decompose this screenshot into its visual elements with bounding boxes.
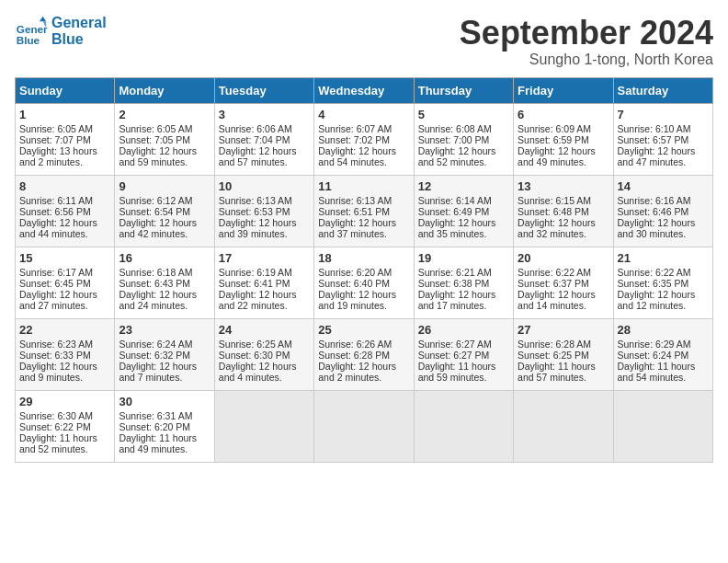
calendar-week-row: 15Sunrise: 6:17 AMSunset: 6:45 PMDayligh… [16, 247, 713, 318]
day-info: Daylight: 12 hours [318, 217, 409, 228]
day-number: 24 [219, 323, 310, 337]
day-number: 9 [119, 179, 210, 193]
day-info: and 7 minutes. [119, 372, 210, 383]
day-info: and 35 minutes. [418, 228, 509, 239]
day-info: Daylight: 12 hours [219, 289, 310, 300]
calendar-cell: 4Sunrise: 6:07 AMSunset: 7:02 PMDaylight… [314, 103, 414, 175]
calendar-cell: 24Sunrise: 6:25 AMSunset: 6:30 PMDayligh… [214, 318, 313, 390]
day-info: and 27 minutes. [19, 300, 110, 311]
day-info: Sunset: 6:20 PM [119, 421, 210, 432]
calendar-cell: 17Sunrise: 6:19 AMSunset: 6:41 PMDayligh… [214, 247, 313, 318]
day-number: 1 [19, 108, 110, 121]
day-info: Daylight: 12 hours [418, 289, 509, 300]
calendar-cell: 15Sunrise: 6:17 AMSunset: 6:45 PMDayligh… [16, 247, 115, 318]
calendar-cell: 9Sunrise: 6:12 AMSunset: 6:54 PMDaylight… [115, 175, 214, 247]
day-info: Daylight: 12 hours [618, 289, 709, 300]
day-info: Sunset: 6:24 PM [618, 350, 709, 361]
calendar-header-row: SundayMondayTuesdayWednesdayThursdayFrid… [16, 77, 713, 103]
day-info: Sunrise: 6:23 AM [19, 339, 110, 350]
day-info: Sunrise: 6:13 AM [219, 195, 310, 206]
day-info: Sunset: 6:33 PM [19, 350, 110, 361]
calendar-cell: 14Sunrise: 6:16 AMSunset: 6:46 PMDayligh… [613, 175, 712, 247]
day-number: 10 [219, 179, 310, 193]
calendar-cell: 21Sunrise: 6:22 AMSunset: 6:35 PMDayligh… [613, 247, 712, 318]
day-info: Sunrise: 6:31 AM [119, 410, 210, 421]
day-info: Sunset: 6:48 PM [518, 206, 609, 217]
day-info: Daylight: 11 hours [119, 432, 210, 443]
day-info: and 54 minutes. [318, 156, 409, 167]
logo-icon: General Blue [15, 15, 48, 48]
day-number: 8 [19, 179, 110, 193]
day-number: 29 [19, 395, 110, 408]
day-info: Sunset: 6:32 PM [119, 350, 210, 361]
day-info: Daylight: 12 hours [318, 289, 409, 300]
day-info: Sunset: 6:56 PM [19, 206, 110, 217]
day-info: and 19 minutes. [318, 300, 409, 311]
day-number: 5 [418, 108, 509, 121]
day-info: Daylight: 12 hours [219, 217, 310, 228]
page-header: General Blue General Blue September 2024… [15, 15, 713, 68]
day-info: Daylight: 12 hours [219, 145, 310, 156]
day-info: and 47 minutes. [618, 156, 709, 167]
day-info: Sunrise: 6:25 AM [219, 339, 310, 350]
day-info: Sunset: 6:30 PM [219, 350, 310, 361]
day-number: 25 [318, 323, 409, 337]
calendar-cell: 30Sunrise: 6:31 AMSunset: 6:20 PMDayligh… [115, 390, 214, 462]
svg-text:Blue: Blue [17, 34, 40, 46]
calendar-table: SundayMondayTuesdayWednesdayThursdayFrid… [15, 77, 713, 463]
calendar-cell: 29Sunrise: 6:30 AMSunset: 6:22 PMDayligh… [16, 390, 115, 462]
svg-text:General: General [17, 23, 48, 35]
day-number: 4 [318, 108, 409, 121]
day-info: and 2 minutes. [318, 372, 409, 383]
day-info: and 17 minutes. [418, 300, 509, 311]
calendar-cell: 28Sunrise: 6:29 AMSunset: 6:24 PMDayligh… [613, 318, 712, 390]
day-info: and 14 minutes. [518, 300, 609, 311]
day-info: Sunset: 6:54 PM [119, 206, 210, 217]
calendar-cell: 5Sunrise: 6:08 AMSunset: 7:00 PMDaylight… [414, 103, 513, 175]
day-info: Daylight: 12 hours [19, 361, 110, 372]
day-info: Sunset: 6:45 PM [19, 278, 110, 289]
header-thursday: Thursday [414, 77, 513, 103]
day-info: Daylight: 12 hours [518, 145, 609, 156]
day-info: Sunset: 6:43 PM [119, 278, 210, 289]
calendar-cell: 27Sunrise: 6:28 AMSunset: 6:25 PMDayligh… [514, 318, 613, 390]
day-info: Sunrise: 6:06 AM [219, 123, 310, 134]
day-info: Sunrise: 6:22 AM [518, 267, 609, 278]
day-info: and 57 minutes. [219, 156, 310, 167]
calendar-cell: 2Sunrise: 6:05 AMSunset: 7:05 PMDaylight… [115, 103, 214, 175]
day-info: and 24 minutes. [119, 300, 210, 311]
header-wednesday: Wednesday [314, 77, 414, 103]
day-info: and 2 minutes. [19, 156, 110, 167]
day-info: Daylight: 12 hours [119, 361, 210, 372]
day-info: Daylight: 12 hours [518, 289, 609, 300]
day-info: Sunset: 6:37 PM [518, 278, 609, 289]
calendar-week-row: 8Sunrise: 6:11 AMSunset: 6:56 PMDaylight… [16, 175, 713, 247]
calendar-cell: 19Sunrise: 6:21 AMSunset: 6:38 PMDayligh… [414, 247, 513, 318]
day-info: Sunrise: 6:07 AM [318, 123, 409, 134]
day-info: Sunrise: 6:14 AM [418, 195, 509, 206]
calendar-week-row: 29Sunrise: 6:30 AMSunset: 6:22 PMDayligh… [16, 390, 713, 462]
day-info: and 52 minutes. [19, 443, 110, 454]
day-info: and 22 minutes. [219, 300, 310, 311]
day-info: Daylight: 12 hours [418, 145, 509, 156]
day-info: Daylight: 11 hours [418, 361, 509, 372]
header-friday: Friday [514, 77, 613, 103]
day-info: Sunrise: 6:29 AM [618, 339, 709, 350]
day-info: Daylight: 12 hours [318, 361, 409, 372]
day-info: Sunrise: 6:27 AM [418, 339, 509, 350]
day-info: Sunrise: 6:17 AM [19, 267, 110, 278]
day-info: Sunset: 6:51 PM [318, 206, 409, 217]
header-tuesday: Tuesday [214, 77, 313, 103]
day-info: Sunset: 6:27 PM [418, 350, 509, 361]
day-info: Daylight: 11 hours [618, 361, 709, 372]
day-number: 3 [219, 108, 310, 121]
day-info: Sunrise: 6:05 AM [19, 123, 110, 134]
calendar-cell: 16Sunrise: 6:18 AMSunset: 6:43 PMDayligh… [115, 247, 214, 318]
day-info: Sunrise: 6:11 AM [19, 195, 110, 206]
day-info: Sunset: 6:59 PM [518, 134, 609, 145]
location: Sungho 1-tong, North Korea [460, 52, 713, 68]
day-info: Daylight: 12 hours [618, 145, 709, 156]
day-info: and 57 minutes. [518, 372, 609, 383]
calendar-cell: 26Sunrise: 6:27 AMSunset: 6:27 PMDayligh… [414, 318, 513, 390]
day-info: and 59 minutes. [418, 372, 509, 383]
